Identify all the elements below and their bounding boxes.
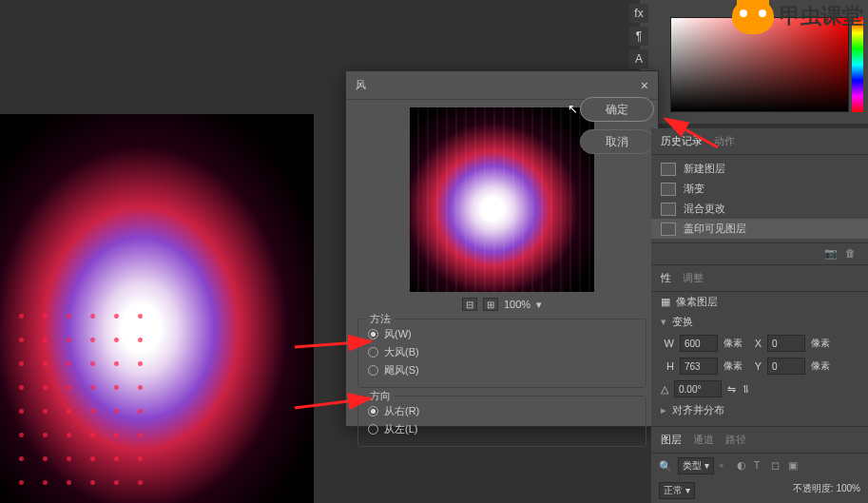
- history-item[interactable]: 新建图层: [651, 159, 868, 179]
- radio-from-right[interactable]: 从右(R): [368, 402, 636, 420]
- flip-v-icon[interactable]: ⥮: [742, 383, 750, 396]
- tab-history[interactable]: 历史记录: [661, 134, 703, 148]
- zoom-in-button[interactable]: ⊞: [483, 298, 498, 311]
- cursor-icon: ↖: [568, 102, 578, 116]
- properties-panel-tabs: 性 调整: [651, 265, 868, 292]
- filter-pixel-icon[interactable]: ▫: [720, 459, 733, 473]
- layer-icon: [661, 163, 676, 176]
- history-item[interactable]: 渐变: [651, 179, 868, 199]
- dialog-buttons: ↖ 确定 取消: [580, 97, 654, 154]
- filter-preview[interactable]: [410, 107, 594, 292]
- history-panel-tabs: 历史记录 动作: [651, 128, 868, 155]
- right-panel-group: 历史记录 动作 新建图层 渐变 混合更改 盖印可见图层 📷 🗑 性 调整 ▦ 像…: [651, 128, 868, 503]
- history-item[interactable]: 混合更改: [651, 199, 868, 219]
- radio-icon: [368, 406, 378, 416]
- trash-icon[interactable]: 🗑: [845, 247, 858, 261]
- paragraph-icon[interactable]: ¶: [629, 27, 648, 46]
- canvas-area[interactable]: [0, 114, 314, 503]
- radio-wind[interactable]: 风(W): [368, 325, 636, 343]
- layer-type-row: ▦ 像素图层: [651, 292, 868, 312]
- gradient-icon: [661, 183, 676, 196]
- filter-smart-icon[interactable]: ▣: [788, 459, 801, 473]
- ok-button[interactable]: ↖ 确定: [580, 97, 654, 122]
- blend-mode-select[interactable]: 正常 ▾: [659, 482, 695, 499]
- cancel-button[interactable]: 取消: [580, 129, 654, 154]
- camera-icon[interactable]: 📷: [824, 247, 838, 261]
- tab-adjust[interactable]: 调整: [683, 271, 704, 285]
- width-input[interactable]: [680, 335, 718, 352]
- text-icon[interactable]: A: [629, 49, 648, 68]
- angle-input[interactable]: [674, 380, 722, 397]
- radio-icon: [368, 329, 378, 339]
- width-height-row: W 像素 X 像素: [651, 332, 868, 355]
- blend-opacity-row: 正常 ▾ 不透明度: 100%: [651, 478, 868, 503]
- flip-h-icon[interactable]: ⇋: [727, 383, 736, 396]
- history-list: 新建图层 渐变 混合更改 盖印可见图层: [651, 155, 868, 242]
- align-header[interactable]: ▸对齐并分布: [651, 400, 868, 420]
- radio-icon: [368, 424, 378, 435]
- dialog-titlebar[interactable]: 风 ×: [346, 71, 658, 100]
- document-image: [0, 114, 314, 503]
- preview-image: [410, 107, 594, 292]
- layers-panel-tabs: 图层 通道 路径: [651, 427, 868, 454]
- tab-paths[interactable]: 路径: [725, 433, 746, 447]
- logo-text: 甲虫课堂: [780, 2, 863, 30]
- opacity-value[interactable]: 100%: [836, 483, 860, 493]
- pixel-layer-icon: ▦: [661, 296, 670, 308]
- radio-stagger[interactable]: 飓风(S): [368, 361, 636, 379]
- close-icon[interactable]: ×: [641, 78, 648, 92]
- history-item[interactable]: 盖印可见图层: [651, 219, 868, 239]
- layers-panel: 图层 通道 路径 🔍 类型 ▾ ▫ ◐ T ◻ ▣ 正常 ▾ 不透明度: 100…: [651, 426, 868, 503]
- radio-icon: [368, 365, 378, 376]
- filter-shape-icon[interactable]: ◻: [771, 459, 784, 473]
- tab-actions[interactable]: 动作: [714, 134, 735, 148]
- history-footer: 📷 🗑: [651, 242, 868, 264]
- stamp-icon: [661, 222, 676, 236]
- blend-icon: [661, 203, 676, 216]
- radio-blast[interactable]: 大风(B): [368, 343, 636, 361]
- zoom-controls: ⊟ ⊞ 100% ▾: [357, 298, 646, 311]
- watermark-logo: 甲虫课堂: [732, 0, 863, 34]
- direction-fieldset: 方向 从右(R) 从左(L): [357, 396, 646, 447]
- x-input[interactable]: [767, 335, 805, 352]
- height-y-row: H 像素 Y 像素: [651, 355, 868, 377]
- angle-icon: △: [661, 383, 668, 396]
- filter-text-icon[interactable]: T: [754, 459, 767, 473]
- chevron-down-icon[interactable]: ▾: [536, 299, 542, 311]
- tab-channels[interactable]: 通道: [693, 433, 714, 447]
- search-icon[interactable]: 🔍: [659, 460, 672, 473]
- method-fieldset: 方法 风(W) 大风(B) 飓风(S): [357, 319, 646, 388]
- zoom-value: 100%: [504, 299, 530, 310]
- radio-icon: [368, 347, 378, 358]
- method-legend: 方法: [366, 312, 395, 326]
- fx-icon[interactable]: fx: [629, 4, 648, 23]
- direction-legend: 方向: [366, 389, 395, 403]
- dialog-title-text: 风: [356, 78, 366, 92]
- transform-header[interactable]: ▾变换: [651, 312, 868, 332]
- zoom-out-button[interactable]: ⊟: [462, 298, 477, 311]
- layer-filter-row: 🔍 类型 ▾ ▫ ◐ T ◻ ▣: [651, 454, 868, 478]
- angle-row: △ ⇋ ⥮: [651, 377, 868, 400]
- tab-layers[interactable]: 图层: [661, 433, 682, 447]
- filter-type-select[interactable]: 类型 ▾: [678, 457, 714, 474]
- radio-from-left[interactable]: 从左(L): [368, 420, 636, 438]
- height-input[interactable]: [680, 358, 718, 375]
- filter-adjust-icon[interactable]: ◐: [737, 459, 750, 473]
- tab-properties[interactable]: 性: [661, 271, 671, 285]
- y-input[interactable]: [767, 358, 805, 375]
- beetle-icon: [732, 0, 774, 34]
